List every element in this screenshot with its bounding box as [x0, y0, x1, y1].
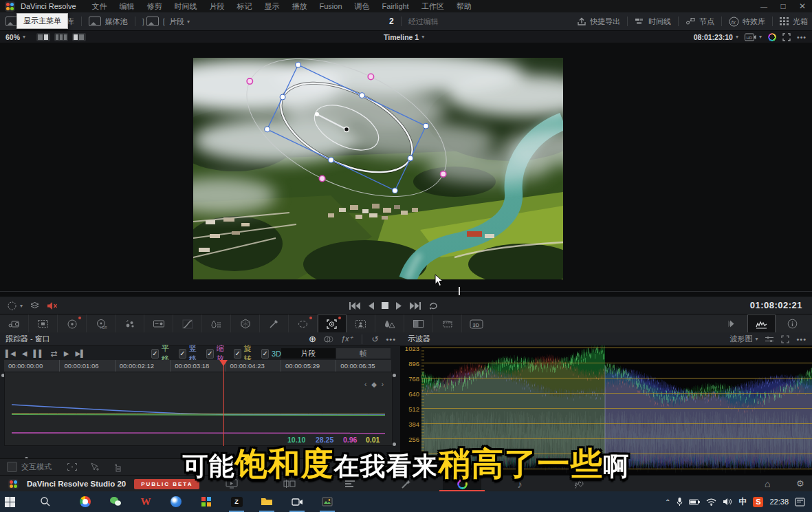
tool-color-match[interactable]: [116, 314, 144, 333]
tool-hdr-wheels[interactable]: HDR: [87, 314, 116, 333]
tool-color-slot[interactable]: [144, 314, 173, 333]
tracker-bidirectional-icon[interactable]: ⇄: [51, 349, 58, 359]
viewer-options-icon[interactable]: •••: [797, 33, 806, 41]
lightbox-button[interactable]: 光箱: [780, 17, 808, 27]
tool-magic-mask[interactable]: [347, 314, 375, 333]
graph-nav-arrows[interactable]: ‹ ◆ ›: [364, 381, 385, 388]
tracker-playhead[interactable]: [223, 360, 224, 446]
menu-clip[interactable]: 片段: [210, 1, 225, 12]
insert-box-icon[interactable]: [67, 462, 78, 471]
interactive-mode-checkbox[interactable]: [7, 462, 17, 472]
maximize-button[interactable]: □: [773, 0, 793, 12]
tracker-3d-icon[interactable]: [324, 335, 333, 343]
taskbar-chrome-icon[interactable]: [77, 493, 94, 510]
tool-camera-raw[interactable]: [0, 314, 29, 333]
tray-ime-indicator[interactable]: 中: [738, 496, 747, 508]
rotate-checkbox[interactable]: ✓: [234, 349, 241, 359]
tray-sogou-icon[interactable]: S: [753, 497, 763, 507]
tilt-checkbox[interactable]: ✓: [179, 349, 186, 359]
taskbar-photos-icon[interactable]: [319, 493, 336, 510]
play-icon[interactable]: [396, 302, 402, 310]
viewmode-grid-icon[interactable]: [54, 33, 68, 41]
scope-expand-icon[interactable]: [781, 335, 789, 343]
go-to-start-icon[interactable]: [349, 302, 360, 310]
loop-icon[interactable]: [428, 301, 439, 310]
zoom-select[interactable]: 60% ▾: [6, 33, 25, 41]
close-button[interactable]: ✕: [793, 0, 812, 12]
viewer-mode-select[interactable]: ▾: [7, 301, 23, 311]
tray-chevron-icon[interactable]: ⌃: [665, 498, 670, 506]
tracker-fx-icon[interactable]: ƒx⁺: [341, 334, 353, 343]
viewmode-clip-icon[interactable]: [36, 33, 50, 41]
timeline-select[interactable]: Timeline 1 ▾: [384, 31, 424, 43]
taskbar-wechat-icon[interactable]: [107, 493, 124, 510]
tray-mic-icon[interactable]: [677, 497, 683, 506]
taskbar-app-grid-icon[interactable]: [198, 493, 215, 510]
tray-notification-icon[interactable]: [795, 498, 805, 506]
tracker-reset-icon[interactable]: ↺: [371, 334, 378, 344]
tool-color-warper[interactable]: [231, 314, 260, 333]
scope-options-icon[interactable]: •••: [796, 335, 806, 343]
tool-sizing[interactable]: [29, 314, 58, 333]
minimize-button[interactable]: —: [754, 0, 773, 12]
menu-fairlight[interactable]: Fairlight: [382, 2, 409, 10]
taskbar-explorer-icon[interactable]: [259, 493, 275, 510]
tray-volume-icon[interactable]: [723, 498, 732, 506]
nodes-panel-button[interactable]: 节点: [685, 17, 714, 27]
tool-tracker[interactable]: [318, 314, 347, 333]
tracker-reverse-to-start-icon[interactable]: ▌◀: [6, 350, 16, 357]
mute-audio-icon[interactable]: [47, 301, 58, 310]
scope-mode-select[interactable]: 波形图▾: [729, 334, 758, 344]
tool-blur[interactable]: [375, 314, 404, 333]
viewmode-split-icon[interactable]: [72, 33, 86, 41]
viewer-timecode-select[interactable]: 08:01:23:10 ▾: [694, 33, 738, 41]
taskbar-browser-icon[interactable]: [168, 493, 184, 510]
step-back-icon[interactable]: [368, 302, 374, 310]
tool-window[interactable]: [289, 314, 318, 333]
menu-color[interactable]: 调色: [355, 1, 370, 12]
tracker-playhead-head[interactable]: [219, 360, 228, 366]
camera-format-select[interactable]: HD ▾: [745, 33, 762, 41]
stop-icon[interactable]: [382, 302, 388, 309]
tool-key[interactable]: [404, 314, 433, 333]
clip-selector-button[interactable]: ] [ 片段 ▾: [142, 17, 190, 27]
tracker-options-icon[interactable]: •••: [386, 335, 396, 343]
taskbar-capture-app-icon[interactable]: Z: [228, 493, 245, 510]
tracker-ruler[interactable]: 00:00:00:00 00:00:01:06 00:00:02:12 00:0…: [4, 360, 391, 372]
timeline-panel-button[interactable]: 时间线: [635, 17, 671, 27]
tool-eyedropper[interactable]: [260, 314, 289, 333]
tray-wifi-icon[interactable]: [706, 498, 716, 506]
color-viewer-icon[interactable]: [768, 33, 776, 41]
menu-mark[interactable]: 标记: [237, 1, 252, 12]
settings-gear-icon[interactable]: ⚙: [796, 478, 804, 489]
info-icon[interactable]: [778, 314, 806, 333]
start-button[interactable]: [1, 493, 18, 510]
taskbar-wps-icon[interactable]: W: [138, 493, 154, 510]
expand-viewer-icon[interactable]: [782, 33, 791, 41]
tracker-graph[interactable]: [4, 372, 393, 446]
tracker-pause-icon[interactable]: ▌▌: [33, 350, 44, 357]
tool-stabilizer[interactable]: [433, 314, 462, 333]
menu-trim[interactable]: 修剪: [147, 1, 162, 12]
range-handle-right[interactable]: [393, 374, 396, 377]
menu-help[interactable]: 帮助: [457, 1, 472, 12]
effects-library-button[interactable]: fx 特效库: [729, 17, 765, 27]
search-button[interactable]: [37, 493, 54, 510]
scope-settings-icon[interactable]: [765, 335, 774, 343]
stereo-icon[interactable]: [716, 314, 745, 333]
menu-file[interactable]: 文件: [92, 1, 107, 12]
delete-point-icon[interactable]: [112, 462, 122, 472]
tab-clip[interactable]: 片段: [281, 348, 336, 359]
wipe-modes-icon[interactable]: [30, 301, 40, 310]
go-to-end-icon[interactable]: [410, 302, 421, 310]
tool-curves[interactable]: [173, 314, 202, 333]
home-icon[interactable]: ⌂: [765, 478, 770, 489]
menu-fusion[interactable]: Fusion: [320, 2, 342, 10]
tab-frame[interactable]: 帧: [336, 348, 391, 359]
menu-edit[interactable]: 编辑: [120, 1, 135, 12]
tool-3d[interactable]: 3D: [462, 314, 490, 333]
point-select-icon[interactable]: [90, 462, 100, 472]
tracker-target-icon[interactable]: ⊕: [309, 334, 316, 344]
menu-workspace[interactable]: 工作区: [421, 1, 444, 12]
media-pool-button[interactable]: 媒体池: [89, 17, 128, 27]
